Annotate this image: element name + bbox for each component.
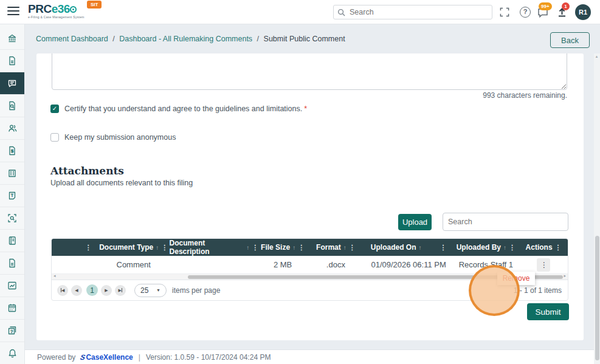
column-menu-icon[interactable]: ⋮	[509, 244, 516, 252]
environment-badge: SIT	[87, 1, 102, 9]
required-asterisk: *	[304, 105, 307, 113]
comment-textarea[interactable]	[52, 53, 567, 90]
sidebar-item-documents[interactable]	[0, 50, 24, 72]
sidebar-item-file-search[interactable]	[0, 95, 24, 117]
breadcrumb: Comment Dashboard / Dashboard - All Rule…	[36, 35, 345, 43]
scroll-left-icon[interactable]: ◂	[53, 273, 56, 278]
sort-asc-icon[interactable]: ↑	[343, 244, 347, 251]
sidebar-item-users[interactable]	[0, 117, 24, 140]
scroll-right-icon[interactable]: ▸	[564, 273, 566, 278]
hamburger-menu-icon[interactable]	[7, 7, 19, 16]
top-header: PRCe36 e-Filing & Case Management System…	[0, 0, 600, 24]
column-file-size[interactable]: File Size↑⋮	[258, 239, 307, 256]
upload-count-badge: 1	[562, 2, 570, 10]
sidebar-item-advanced-search[interactable]	[0, 207, 24, 230]
global-search-input[interactable]	[348, 7, 488, 17]
file-template-icon: T	[7, 191, 17, 201]
column-actions[interactable]: Actions⋮	[519, 239, 568, 256]
previous-page-button[interactable]: ◀	[71, 285, 82, 296]
help-icon[interactable]: ?	[520, 7, 531, 18]
column-menu-icon[interactable]: ⋮	[161, 244, 168, 252]
users-icon	[7, 123, 18, 133]
file-search-icon	[7, 101, 17, 111]
anonymous-checkbox[interactable]	[50, 133, 59, 142]
column-menu-icon[interactable]: ⋮	[252, 244, 258, 252]
column-uploaded-on[interactable]: Uploaded On↑⋮	[365, 239, 453, 256]
sidebar-item-templates[interactable]: T	[0, 185, 24, 207]
certify-label: Certify that you understand and agree to…	[64, 105, 302, 113]
column-format[interactable]: Format↑⋮	[307, 239, 365, 256]
sidebar-item-alerts[interactable]	[0, 342, 24, 364]
column-menu-icon[interactable]: ⋮	[298, 244, 305, 252]
bell-icon	[7, 348, 18, 359]
sidebar-item-organizations[interactable]	[0, 162, 24, 185]
breadcrumb-all-rulemaking-comments[interactable]: Dashboard - All Rulemaking Comments	[119, 35, 252, 43]
first-page-button[interactable]: ◀	[57, 285, 68, 296]
column-menu[interactable]: ⋮	[52, 239, 98, 256]
next-page-button[interactable]: ▶	[101, 285, 112, 296]
sort-asc-icon[interactable]: ↑	[292, 244, 295, 251]
cell-format: .docx	[307, 256, 365, 273]
logo-tagline: e-Filing & Case Management System	[28, 16, 84, 19]
help-pages-icon: ?	[7, 326, 17, 335]
characters-remaining: 993 characters remaining.	[483, 91, 567, 100]
sidebar-item-analytics[interactable]	[0, 275, 24, 297]
last-page-button[interactable]: ▶	[115, 285, 126, 296]
casexellence-bolt-icon: S	[80, 353, 86, 362]
column-menu-icon[interactable]: ⋮	[349, 244, 356, 252]
column-menu-icon[interactable]: ⋮	[555, 244, 562, 252]
attachments-search-input[interactable]	[443, 213, 568, 231]
attachments-subtitle: Upload all documents relevant to this fi…	[50, 179, 193, 187]
column-menu-icon[interactable]: ⋮	[85, 244, 92, 252]
app-logo[interactable]: PRCe36 e-Filing & Case Management System	[28, 3, 84, 19]
breadcrumb-comment-dashboard[interactable]: Comment Dashboard	[36, 35, 108, 43]
column-document-description[interactable]: Document Description↑⋮	[170, 239, 259, 256]
column-document-type[interactable]: Document Type↑⋮	[98, 239, 170, 256]
upload-button[interactable]: Upload	[398, 214, 432, 230]
user-avatar[interactable]: R1	[575, 4, 591, 20]
column-menu-icon[interactable]: ⋮	[440, 244, 446, 252]
sort-asc-icon[interactable]: ↑	[503, 244, 506, 251]
sort-asc-icon[interactable]: ↑	[156, 244, 159, 251]
ledger-icon	[7, 236, 17, 246]
submit-button[interactable]: Submit	[527, 303, 569, 320]
anonymous-row: Keep my submission anonymous	[50, 133, 176, 142]
sidebar-item-bank[interactable]	[0, 27, 24, 50]
page-size-select[interactable]: 25▼	[134, 284, 167, 297]
notification-count-badge: 99+	[539, 2, 552, 10]
current-page-button[interactable]: 1	[86, 284, 98, 296]
sidebar-item-comments[interactable]	[0, 72, 24, 95]
attachments-title: Attachments	[50, 165, 124, 177]
logo-target-icon	[70, 6, 77, 13]
items-per-page-label: items per page	[172, 286, 220, 295]
sidebar-item-ledger[interactable]	[0, 230, 24, 252]
file-dollar-icon: $	[7, 146, 17, 156]
row-actions-menu-button[interactable]: ⋮	[537, 258, 550, 272]
vertical-scroll-thumb[interactable]	[595, 236, 599, 360]
sort-asc-icon[interactable]: ↑	[418, 244, 421, 251]
sort-asc-icon[interactable]: ↑	[246, 244, 249, 251]
chart-icon	[7, 281, 17, 290]
sidebar-item-billing[interactable]: $	[0, 140, 24, 162]
svg-text:$: $	[11, 148, 14, 154]
page-vertical-scrollbar[interactable]: ▲	[594, 53, 600, 364]
certify-checkbox[interactable]: ✓	[50, 105, 59, 113]
chevron-down-icon: ▼	[156, 288, 160, 292]
fullscreen-icon[interactable]	[500, 7, 509, 17]
cell-document-type: Comment	[98, 256, 170, 273]
document-icon	[7, 56, 17, 66]
global-search[interactable]	[333, 5, 492, 19]
scroll-up-icon[interactable]: ▲	[595, 55, 599, 58]
column-uploaded-by[interactable]: Uploaded By↑⋮	[452, 239, 519, 256]
sidebar-item-reports-doc[interactable]	[0, 252, 24, 275]
cell-document-description	[170, 256, 259, 273]
left-sidebar: $ T ?	[0, 24, 25, 364]
casexellence-logo: SCaseXellence	[80, 353, 133, 362]
calendar-icon	[7, 303, 17, 313]
sidebar-item-help-pages[interactable]: ?	[0, 320, 24, 342]
breadcrumb-current: Submit Public Comment	[264, 35, 345, 43]
sidebar-item-calendar[interactable]	[0, 297, 24, 320]
back-button[interactable]: Back	[550, 32, 590, 48]
powered-by-label: Powered by	[37, 353, 75, 362]
anonymous-label: Keep my submission anonymous	[64, 133, 176, 142]
